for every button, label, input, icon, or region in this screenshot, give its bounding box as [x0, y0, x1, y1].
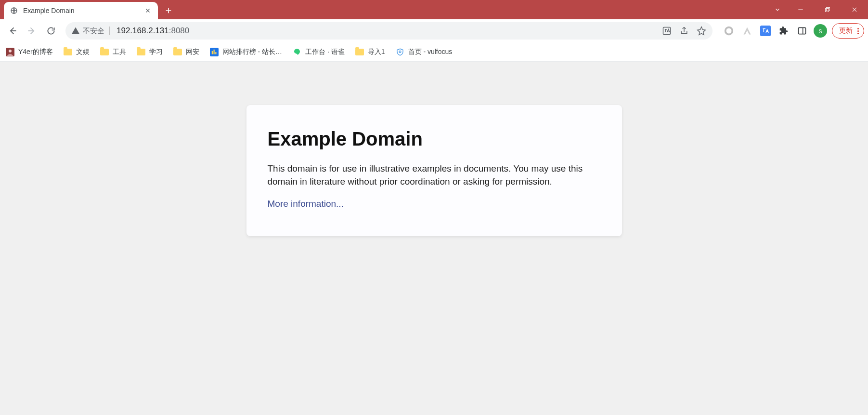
svg-rect-1: [827, 8, 830, 11]
profile-avatar[interactable]: s: [814, 24, 827, 38]
bookmark-folder-import1[interactable]: 导入1: [355, 48, 385, 56]
tab-title: Example Domain: [23, 7, 139, 14]
content-card: Example Domain This domain is for use in…: [246, 105, 622, 236]
warning-icon: [71, 27, 80, 35]
toolbar: 不安全 192.168.2.131:8080: [0, 19, 868, 42]
url-port: :8080: [169, 26, 190, 35]
extension-circle-icon[interactable]: [722, 24, 736, 38]
divider: [109, 27, 110, 35]
bookmark-folder-wenyu[interactable]: 文娱: [64, 48, 90, 56]
bookmark-label: 导入1: [368, 48, 385, 56]
bookmark-yuque[interactable]: 工作台 · 语雀: [293, 48, 345, 56]
minimize-button[interactable]: [787, 0, 814, 19]
svg-rect-5: [760, 26, 771, 36]
site-icon: [210, 48, 219, 56]
bookmark-label: 工作台 · 语雀: [305, 48, 345, 56]
folder-icon: [173, 48, 182, 56]
shield-icon: [396, 48, 404, 56]
page-viewport: Example Domain This domain is for use in…: [0, 62, 868, 415]
folder-icon: [64, 48, 72, 56]
svg-point-10: [399, 51, 401, 53]
svg-point-4: [725, 27, 733, 35]
maximize-button[interactable]: [814, 0, 841, 19]
url-host: 192.168.2.131: [117, 26, 169, 35]
back-button[interactable]: [4, 22, 21, 40]
kebab-menu-icon: [855, 28, 861, 34]
translate-page-icon[interactable]: [661, 26, 672, 36]
bookmark-label: 文娱: [76, 48, 90, 56]
window-controls: [768, 0, 868, 19]
google-translate-ext-icon[interactable]: [759, 24, 772, 38]
update-button[interactable]: 更新: [832, 23, 864, 39]
new-tab-button[interactable]: [162, 4, 175, 17]
svg-rect-6: [799, 27, 806, 34]
reload-button[interactable]: [42, 22, 60, 40]
extensions-puzzle-icon[interactable]: [777, 24, 790, 38]
tab-search-button[interactable]: [768, 0, 787, 19]
folder-icon: [355, 48, 364, 56]
update-label: 更新: [839, 27, 853, 35]
forward-button[interactable]: [23, 22, 40, 40]
security-indicator[interactable]: 不安全: [71, 27, 112, 36]
bookmark-site-ranking[interactable]: 网站排行榜 - 站长…: [210, 48, 282, 56]
titlebar: Example Domain: [0, 0, 868, 19]
bookmark-label: 首页 - vulfocus: [408, 48, 453, 56]
bookmark-label: 网安: [186, 48, 199, 56]
side-panel-icon[interactable]: [795, 24, 809, 38]
bookmark-label: Y4er的博客: [18, 48, 53, 56]
bookmark-folder-wangan[interactable]: 网安: [173, 48, 199, 56]
bookmark-label: 工具: [113, 48, 126, 56]
avatar-icon: [6, 48, 14, 56]
toolbar-right: s 更新: [718, 23, 864, 39]
tab-close-button[interactable]: [143, 6, 152, 15]
bookmark-label: 学习: [149, 48, 163, 56]
folder-icon: [100, 48, 109, 56]
more-information-link[interactable]: More information...: [268, 199, 344, 209]
bookmark-star-icon[interactable]: [696, 26, 707, 36]
browser-tab[interactable]: Example Domain: [4, 2, 158, 19]
svg-point-8: [9, 49, 12, 52]
bookmark-folder-gongju[interactable]: 工具: [100, 48, 126, 56]
bookmark-label: 网站排行榜 - 站长…: [222, 48, 282, 56]
yuque-icon: [293, 48, 301, 56]
page-heading: Example Domain: [268, 128, 601, 150]
insecure-label: 不安全: [83, 27, 104, 36]
bookmark-vulfocus[interactable]: 首页 - vulfocus: [396, 48, 453, 56]
avatar-initial: s: [814, 24, 827, 38]
page-body-text: This domain is for use in illustrative e…: [268, 162, 601, 188]
bookmarks-bar: Y4er的博客 文娱 工具 学习 网安 网站排行榜 - 站长… 工作台 · 语雀…: [0, 42, 868, 62]
globe-icon: [10, 6, 18, 15]
close-window-button[interactable]: [841, 0, 868, 19]
share-icon[interactable]: [679, 26, 689, 36]
bookmark-y4er[interactable]: Y4er的博客: [6, 48, 53, 56]
omnibox-actions: [661, 26, 707, 36]
address-bar[interactable]: 不安全 192.168.2.131:8080: [65, 22, 713, 40]
url-text: 192.168.2.131:8080: [117, 26, 657, 36]
svg-rect-2: [826, 9, 829, 12]
extension-a-icon[interactable]: [740, 24, 754, 38]
bookmark-folder-xuexi[interactable]: 学习: [137, 48, 163, 56]
folder-icon: [137, 48, 145, 56]
